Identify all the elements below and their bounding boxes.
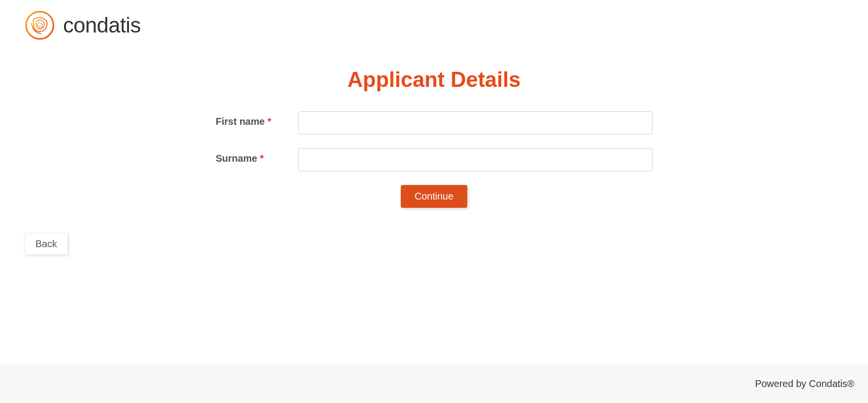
footer: Powered by Condatis®: [0, 365, 868, 403]
continue-button[interactable]: Continue: [401, 185, 467, 208]
page-title: Applicant Details: [0, 67, 868, 92]
footer-text: Powered by Condatis®: [755, 378, 854, 389]
surname-label: Surname *: [216, 148, 298, 164]
svg-point-0: [26, 12, 53, 39]
applicant-form: First name * Surname * Continue: [216, 111, 653, 208]
surname-row: Surname *: [216, 148, 653, 171]
first-name-field[interactable]: [298, 111, 653, 134]
header: condatis: [0, 0, 868, 50]
brand-name: condatis: [63, 13, 141, 37]
surname-field[interactable]: [298, 148, 653, 171]
condatis-logo-icon: [24, 10, 55, 41]
back-container: Back: [24, 233, 68, 255]
required-indicator: *: [260, 153, 264, 164]
required-indicator: *: [267, 116, 271, 127]
first-name-label-text: First name: [216, 116, 265, 127]
first-name-row: First name *: [216, 111, 653, 134]
continue-row: Continue: [216, 185, 653, 208]
back-button[interactable]: Back: [24, 233, 68, 255]
surname-label-text: Surname: [216, 153, 258, 164]
first-name-label: First name *: [216, 111, 298, 127]
